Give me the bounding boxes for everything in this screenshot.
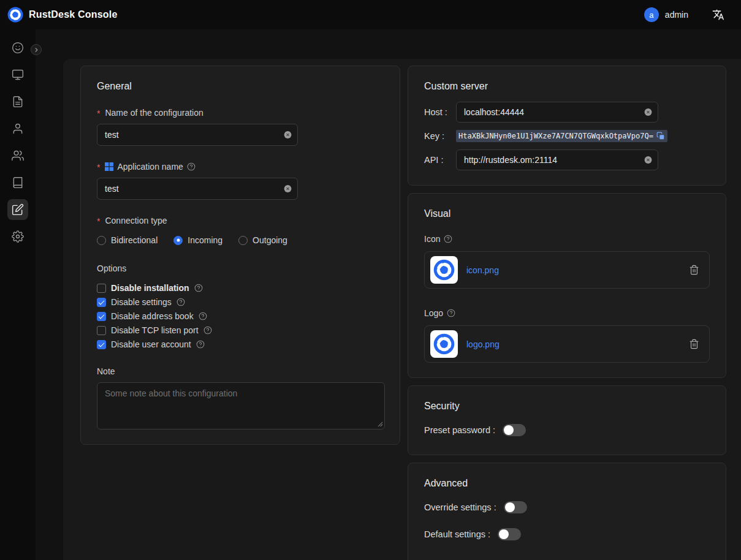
logo-file-link[interactable]: logo.png xyxy=(466,339,680,349)
chevron-right-icon xyxy=(33,47,40,53)
checkbox-disable-user-account[interactable]: Disable user account xyxy=(97,339,384,349)
language-icon[interactable] xyxy=(712,8,725,21)
key-row: Key : HtaXBkJNHyn0e1U1jWXze7A7CN7QTGWqxk… xyxy=(424,130,710,142)
api-row: API : xyxy=(424,149,710,170)
name-field-label-text: Name of the configuration xyxy=(105,108,203,118)
general-title: General xyxy=(97,81,384,92)
checkbox-disable-settings[interactable]: Disable settings xyxy=(97,297,384,307)
icon-file-row: icon.png xyxy=(424,251,710,289)
host-input[interactable] xyxy=(456,102,658,123)
key-value-text: HtaXBkJNHyn0e1U1jWXze7A7CN7QTGWqxkOtpaVp… xyxy=(458,132,653,140)
options-label: Options xyxy=(97,263,384,273)
smiley-icon xyxy=(12,42,24,54)
checkbox-label: Disable TCP listen port xyxy=(111,325,199,335)
radio-bidirectional[interactable]: Bidirectional xyxy=(97,235,158,245)
custom-server-title: Custom server xyxy=(424,81,710,92)
options-checkboxes: Disable installation Disable settings Di… xyxy=(97,283,384,349)
windows-icon xyxy=(105,162,113,171)
application-name-label-text: Application name xyxy=(117,162,183,172)
radio-label: Incoming xyxy=(188,235,222,245)
trash-icon[interactable] xyxy=(689,339,699,349)
left-column: General Name of the configuration Applic… xyxy=(80,66,400,445)
clear-icon[interactable] xyxy=(644,108,653,117)
host-input-wrap xyxy=(456,102,658,123)
clear-icon[interactable] xyxy=(283,184,292,194)
topbar: RustDesk Console a admin xyxy=(0,0,741,29)
app-title: RustDesk Console xyxy=(29,9,118,20)
checkbox-label: Disable installation xyxy=(111,283,189,293)
note-textarea-wrap xyxy=(97,382,385,429)
help-icon[interactable] xyxy=(177,298,185,306)
right-column: Custom server Host : Key : HtaXBkJNHyn0e… xyxy=(408,66,726,560)
file-icon xyxy=(12,96,24,108)
sidebar-item-devices[interactable] xyxy=(7,64,28,85)
name-input[interactable] xyxy=(97,124,298,146)
connection-type-radios: Bidirectional Incoming Outgoing xyxy=(97,235,384,245)
radio-circle[interactable] xyxy=(97,236,106,245)
help-icon[interactable] xyxy=(196,340,205,349)
brand: RustDesk Console xyxy=(7,7,118,23)
key-value[interactable]: HtaXBkJNHyn0e1U1jWXze7A7CN7QTGWqxkOtpaVp… xyxy=(456,130,667,142)
help-icon[interactable] xyxy=(203,326,212,335)
override-settings-row: Override settings : xyxy=(424,501,710,513)
advanced-title: Advanced xyxy=(424,478,710,489)
monitor-icon xyxy=(12,69,24,81)
topbar-right: a admin xyxy=(644,7,725,22)
radio-label: Bidirectional xyxy=(111,235,158,245)
sidebar-item-users[interactable] xyxy=(7,118,28,139)
preset-password-row: Preset password : xyxy=(424,424,710,436)
application-name-input[interactable] xyxy=(97,178,298,200)
checkbox-box[interactable] xyxy=(97,298,106,307)
application-name-input-wrap xyxy=(97,178,298,200)
trash-icon[interactable] xyxy=(689,265,699,275)
avatar[interactable]: a xyxy=(644,7,659,22)
radio-circle[interactable] xyxy=(173,236,183,245)
sidebar-item-logs[interactable] xyxy=(7,172,28,193)
radio-incoming[interactable]: Incoming xyxy=(173,235,222,245)
name-input-wrap xyxy=(97,124,298,146)
checkbox-disable-address-book[interactable]: Disable address book xyxy=(97,311,384,321)
sidebar-item-groups[interactable] xyxy=(7,145,28,166)
icon-file-link[interactable]: icon.png xyxy=(466,265,680,275)
clear-icon[interactable] xyxy=(644,156,653,165)
help-icon[interactable] xyxy=(194,284,203,292)
preset-password-toggle[interactable] xyxy=(503,424,526,436)
checkbox-disable-tcp-listen-port[interactable]: Disable TCP listen port xyxy=(97,325,384,335)
copy-icon[interactable] xyxy=(656,132,665,140)
sidebar-item-configurations[interactable] xyxy=(7,199,28,220)
clear-icon[interactable] xyxy=(283,131,292,140)
sidebar-item-documents[interactable] xyxy=(7,91,28,112)
help-icon[interactable] xyxy=(187,162,196,171)
logo-thumbnail xyxy=(430,330,458,358)
checkbox-label: Disable user account xyxy=(111,339,191,349)
api-input[interactable] xyxy=(456,149,658,170)
username[interactable]: admin xyxy=(665,10,688,20)
note-label: Note xyxy=(97,366,384,376)
icon-label: Icon xyxy=(424,234,710,244)
user-icon xyxy=(12,123,24,135)
sidebar xyxy=(0,29,36,560)
sidebar-item-settings[interactable] xyxy=(7,226,28,247)
name-field-label: Name of the configuration xyxy=(97,108,384,118)
checkbox-disable-installation[interactable]: Disable installation xyxy=(97,283,384,293)
help-icon[interactable] xyxy=(199,312,207,320)
radio-label: Outgoing xyxy=(253,235,287,245)
security-title: Security xyxy=(424,401,710,412)
advanced-card: Advanced Override settings : Default set… xyxy=(408,463,726,560)
help-icon[interactable] xyxy=(444,235,452,243)
icon-label-text: Icon xyxy=(424,234,440,244)
help-icon[interactable] xyxy=(447,309,455,317)
radio-outgoing[interactable]: Outgoing xyxy=(238,235,287,245)
checkbox-box[interactable] xyxy=(97,340,106,349)
checkbox-box[interactable] xyxy=(97,326,106,335)
logo-label: Logo xyxy=(424,308,710,318)
sidebar-expand-button[interactable] xyxy=(31,44,42,55)
default-settings-toggle[interactable] xyxy=(498,528,521,540)
sidebar-item-status[interactable] xyxy=(7,37,28,58)
checkbox-box[interactable] xyxy=(97,312,106,321)
override-settings-toggle[interactable] xyxy=(504,501,527,513)
note-textarea[interactable] xyxy=(97,382,385,429)
radio-circle[interactable] xyxy=(238,236,248,245)
gear-icon xyxy=(12,230,24,243)
checkbox-box[interactable] xyxy=(97,284,106,293)
